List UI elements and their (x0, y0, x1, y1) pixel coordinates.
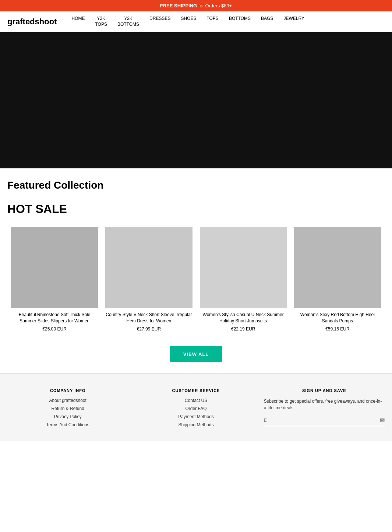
nav-dresses[interactable]: DRESSES (149, 16, 170, 22)
footer-return[interactable]: Return & Refund (7, 406, 128, 411)
footer-payment-methods[interactable]: Payment Methods (135, 414, 256, 419)
product-image-4 (294, 227, 381, 308)
nav-tops[interactable]: TOPS (206, 16, 218, 22)
footer-columns: COMPANY INFO About graftedshoot Return &… (7, 388, 385, 430)
footer-shipping-methods[interactable]: Shipping Methods (135, 422, 256, 427)
nav-jewelry[interactable]: JEWELRY (283, 16, 304, 22)
footer-privacy[interactable]: Privacy Policy (7, 414, 128, 419)
product-grid: Beautiful Rhinestone Soft Thick Sole Sum… (0, 220, 392, 339)
product-price-3: €22.19 EUR (200, 326, 287, 332)
footer-signup: SIGN UP AND SAVE Subscribe to get specia… (264, 388, 385, 430)
product-card-3[interactable]: Women's Stylish Casual U Neck Summer Hol… (196, 223, 290, 335)
footer-signup-description: Subscribe to get special offers, free gi… (264, 398, 385, 411)
footer-email-row: ✉ (264, 416, 385, 426)
product-name-2: Country Style V Neck Short Sleeve Irregu… (105, 312, 192, 324)
banner-rest: for Orders $89+ (197, 3, 232, 8)
top-banner: FREE SHIPPING for Orders $89+ (0, 0, 392, 11)
hero-image (0, 32, 392, 168)
product-name-4: Woman's Sexy Red Bottom High Heel Sandal… (294, 312, 381, 324)
header: graftedshoot HOME Y2KTOPS Y2KBOTTOMS DRE… (0, 11, 392, 32)
product-price-2: €27.99 EUR (105, 326, 192, 332)
footer-email-input[interactable] (264, 416, 380, 424)
product-card-1[interactable]: Beautiful Rhinestone Soft Thick Sole Sum… (7, 223, 102, 335)
footer-contact-us[interactable]: Contact US (135, 398, 256, 403)
main-nav: HOME Y2KTOPS Y2KBOTTOMS DRESSES SHOES TO… (71, 16, 385, 27)
product-card-4[interactable]: Woman's Sexy Red Bottom High Heel Sandal… (290, 223, 385, 335)
footer-terms[interactable]: Terms And Conditions (7, 422, 128, 427)
logo[interactable]: graftedshoot (7, 17, 57, 27)
footer-company-info: COMPANY INFO About graftedshoot Return &… (7, 388, 128, 430)
product-name-3: Women's Stylish Casual U Neck Summer Hol… (200, 312, 287, 324)
footer-order-faq[interactable]: Order FAQ (135, 406, 256, 411)
banner-bold: FREE SHIPPING (160, 3, 197, 8)
featured-collection-title: Featured Collection (0, 168, 392, 195)
product-image-3 (200, 227, 287, 308)
footer-about[interactable]: About graftedshoot (7, 398, 128, 403)
footer: COMPANY INFO About graftedshoot Return &… (0, 373, 392, 441)
nav-y2k-tops[interactable]: Y2KTOPS (95, 16, 107, 27)
nav-bottoms[interactable]: BOTTOMS (229, 16, 251, 22)
product-card-2[interactable]: Country Style V Neck Short Sleeve Irregu… (102, 223, 196, 335)
nav-y2k-bottoms[interactable]: Y2KBOTTOMS (117, 16, 139, 27)
footer-signup-title: SIGN UP AND SAVE (264, 388, 385, 393)
footer-customer-title: CUSTOMER SERVICE (135, 388, 256, 393)
view-all-container: VIEW ALL (0, 339, 392, 373)
product-image-2 (105, 227, 192, 308)
product-price-4: €59.16 EUR (294, 326, 381, 332)
footer-email-submit[interactable]: ✉ (380, 417, 385, 424)
view-all-button[interactable]: VIEW ALL (170, 346, 222, 362)
footer-customer-service: CUSTOMER SERVICE Contact US Order FAQ Pa… (135, 388, 256, 430)
footer-company-title: COMPANY INFO (7, 388, 128, 393)
nav-bags[interactable]: BAGS (261, 16, 273, 22)
nav-home[interactable]: HOME (71, 16, 85, 22)
product-name-1: Beautiful Rhinestone Soft Thick Sole Sum… (11, 312, 98, 324)
product-price-1: €25.00 EUR (11, 326, 98, 332)
product-image-1 (11, 227, 98, 308)
nav-shoes[interactable]: SHOES (181, 16, 196, 22)
hot-sale-title: HOT SALE (0, 195, 392, 220)
